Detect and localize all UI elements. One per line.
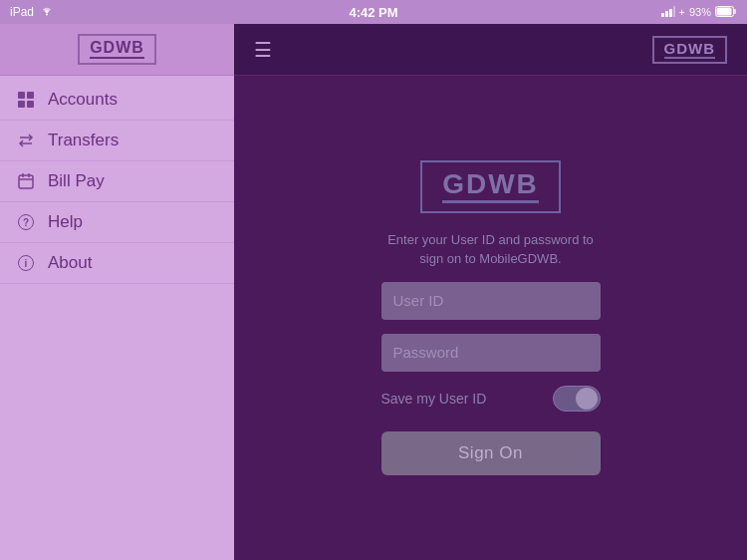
login-logo-box: GDWB — [420, 160, 561, 213]
svg-rect-2 — [665, 11, 668, 17]
main-header-logo-text: GDWB — [664, 41, 716, 56]
accounts-label: Accounts — [48, 90, 118, 110]
transfer-icon — [16, 131, 36, 150]
wifi-icon — [40, 5, 54, 19]
password-input[interactable] — [381, 334, 601, 372]
save-userid-label: Save my User ID — [381, 391, 487, 407]
login-subtitle: Enter your User ID and password to sign … — [381, 231, 601, 267]
device-label: iPad — [10, 5, 34, 19]
calendar-icon — [16, 171, 36, 191]
save-userid-row: Save my User ID — [381, 386, 601, 412]
signal-icon — [661, 6, 675, 19]
sidebar-item-transfers[interactable]: Transfers — [0, 121, 234, 161]
svg-point-0 — [46, 14, 48, 16]
userid-input[interactable] — [381, 282, 601, 320]
sidebar-logo-underline — [90, 57, 144, 59]
svg-rect-8 — [18, 92, 25, 99]
login-logo-text: GDWB — [442, 170, 539, 198]
battery-percent: 93% — [689, 6, 711, 18]
main-header-logo-underline — [664, 57, 716, 59]
hamburger-icon[interactable]: ☰ — [254, 38, 272, 62]
sign-on-button[interactable]: Sign On — [381, 431, 601, 475]
sidebar-item-help[interactable]: ? Help — [0, 202, 234, 243]
status-time: 4:42 PM — [349, 5, 397, 20]
status-right: + 93% — [661, 6, 737, 19]
main-header-logo-box: GDWB — [652, 36, 728, 64]
svg-rect-7 — [717, 7, 732, 15]
sidebar-nav: Accounts Transfers — [0, 76, 234, 560]
svg-rect-4 — [673, 6, 675, 17]
question-icon: ? — [16, 212, 36, 232]
svg-rect-1 — [661, 13, 664, 17]
battery-icon — [715, 6, 737, 19]
status-bar: iPad 4:42 PM + 93% — [0, 0, 747, 24]
about-label: About — [48, 253, 92, 273]
status-left: iPad — [10, 5, 54, 19]
login-area: GDWB Enter your User ID and password to … — [234, 76, 747, 560]
svg-rect-6 — [734, 9, 737, 14]
login-logo-underline — [442, 200, 539, 203]
svg-rect-3 — [669, 9, 672, 17]
sidebar-item-accounts[interactable]: Accounts — [0, 80, 234, 121]
grid-icon — [16, 90, 36, 110]
sidebar-logo-box: GDWB — [78, 34, 156, 65]
billpay-label: Bill Pay — [48, 171, 105, 191]
sidebar-logo-text: GDWB — [90, 40, 144, 56]
svg-rect-12 — [19, 175, 33, 188]
svg-rect-9 — [27, 92, 34, 99]
sidebar-header: GDWB — [0, 24, 234, 76]
help-label: Help — [48, 212, 83, 232]
info-icon: i — [16, 253, 36, 273]
svg-rect-11 — [27, 101, 34, 108]
main-header: ☰ GDWB — [234, 24, 747, 76]
sidebar-item-about[interactable]: i About — [0, 243, 234, 284]
toggle-knob — [576, 388, 598, 410]
svg-rect-10 — [18, 101, 25, 108]
sidebar-item-billpay[interactable]: Bill Pay — [0, 161, 234, 202]
save-userid-toggle[interactable] — [553, 386, 601, 412]
svg-text:i: i — [25, 258, 28, 269]
app-container: GDWB Accounts — [0, 24, 747, 560]
svg-text:?: ? — [23, 217, 29, 228]
main-content: ☰ GDWB GDWB Enter your User ID and passw… — [234, 24, 747, 560]
sidebar: GDWB Accounts — [0, 24, 234, 560]
bluetooth-icon: + — [679, 6, 685, 18]
transfers-label: Transfers — [48, 131, 119, 150]
